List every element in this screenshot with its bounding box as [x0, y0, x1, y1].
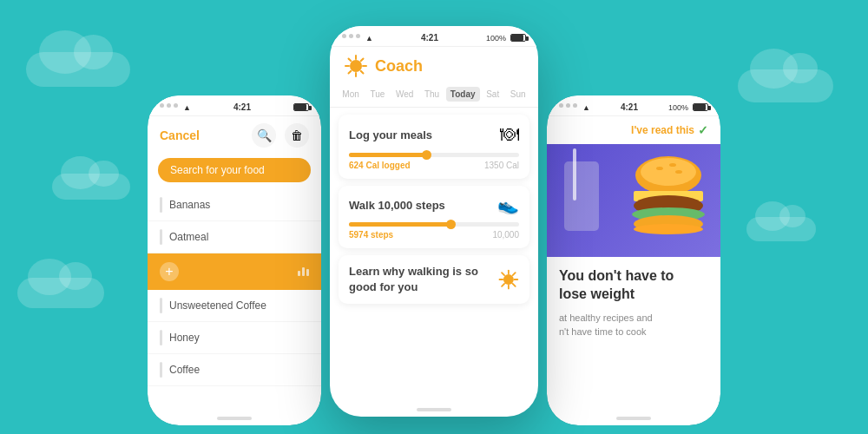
- sun-icon: [344, 54, 368, 78]
- svg-line-14: [502, 273, 504, 275]
- drag-icon: [298, 267, 309, 276]
- walk-steps-header: Walk 10,000 steps 👟: [349, 194, 519, 215]
- log-meals-card[interactable]: Log your meals 🍽 624 Cal logged 1350 Cal: [339, 115, 529, 179]
- calories-progress-wrap: [349, 153, 519, 157]
- svg-point-9: [503, 274, 514, 285]
- left-battery: [293, 103, 309, 111]
- cloud-2: [52, 174, 130, 200]
- day-tabs: Mon Tue Wed Thu Today Sat Sun: [330, 83, 538, 108]
- center-time: 4:21: [421, 33, 438, 43]
- steps-progress-fill: [349, 222, 451, 227]
- cloud-5: [746, 217, 816, 241]
- calories-progress-fill: [349, 153, 427, 157]
- food-item-selected[interactable]: +: [148, 253, 321, 290]
- dot-1: [559, 103, 563, 108]
- tab-tue[interactable]: Tue: [365, 87, 389, 102]
- tab-today[interactable]: Today: [446, 87, 480, 102]
- trash-icon[interactable]: 🗑: [285, 123, 309, 148]
- dot-2: [349, 34, 353, 38]
- food-item-coffee[interactable]: Coffee: [148, 354, 321, 386]
- steps-total: 10,000: [492, 230, 519, 240]
- article-body: at healthy recipes andn't have time to c…: [559, 312, 653, 338]
- food-name-oatmeal: Oatmeal: [169, 231, 208, 243]
- svg-rect-18: [564, 161, 599, 231]
- svg-point-24: [675, 170, 682, 174]
- search-bar[interactable]: Search for your food: [158, 158, 311, 182]
- phone-left: ▲ 4:21 Cancel 🔍 🗑 Search for your food: [148, 95, 321, 425]
- calories-total: 1350 Cal: [484, 161, 519, 170]
- battery-icon: [693, 103, 708, 111]
- phone-right: ▲ 4:21 100% I've read this ✓: [547, 95, 720, 425]
- dot-3: [174, 103, 178, 108]
- dot-3: [356, 34, 360, 38]
- svg-point-22: [656, 167, 663, 170]
- meals-icon: 🍽: [500, 123, 519, 146]
- article-text: at healthy recipes andn't have time to c…: [559, 311, 708, 339]
- bar-icon: [160, 197, 162, 213]
- bar-icon: [160, 298, 162, 313]
- svg-point-0: [350, 60, 362, 72]
- signal-dots: ▲: [160, 103, 191, 112]
- cloud-4: [738, 69, 833, 102]
- battery-icon: [510, 34, 526, 42]
- tab-thu[interactable]: Thu: [420, 87, 444, 102]
- tab-sun[interactable]: Sun: [506, 87, 530, 102]
- cloud-1: [26, 52, 130, 87]
- dot-2: [566, 103, 570, 108]
- battery-fill: [694, 104, 706, 110]
- food-name-bananas: Bananas: [169, 199, 210, 211]
- right-status-bar: ▲ 4:21 100%: [547, 95, 720, 116]
- svg-point-29: [634, 224, 703, 234]
- article-image: [547, 144, 720, 257]
- signal-dots: ▲: [342, 34, 373, 43]
- battery-fill: [294, 104, 306, 110]
- food-item-honey[interactable]: Honey: [148, 322, 321, 354]
- add-button[interactable]: +: [160, 262, 179, 281]
- article-content: You don't have tolose weight at healthy …: [547, 257, 720, 350]
- search-icon[interactable]: 🔍: [252, 123, 276, 148]
- burger-illustration: [625, 149, 712, 257]
- food-item-bananas[interactable]: Bananas: [148, 189, 321, 221]
- home-indicator: [616, 417, 651, 420]
- svg-point-21: [641, 158, 696, 186]
- tab-mon[interactable]: Mon: [338, 87, 363, 102]
- cancel-button[interactable]: Cancel: [160, 128, 200, 142]
- article-title-text: You don't have tolose weight: [559, 268, 674, 301]
- dot-3: [573, 103, 577, 108]
- coach-title: Coach: [375, 57, 423, 76]
- learn-walking-title: Learn why walking is so good for you: [349, 264, 498, 295]
- bar-icon: [160, 330, 162, 345]
- tab-wed[interactable]: Wed: [391, 87, 418, 102]
- check-icon: ✓: [698, 123, 708, 137]
- read-label: I've read this: [631, 124, 694, 136]
- steps-icon: 👟: [497, 194, 519, 215]
- steps-stats: 5974 steps 10,000: [349, 230, 519, 240]
- left-status-bar: ▲ 4:21: [148, 95, 321, 116]
- header-icons: 🔍 🗑: [252, 123, 309, 148]
- log-meals-title: Log your meals: [349, 128, 432, 141]
- svg-point-23: [669, 163, 676, 167]
- dot-1: [160, 103, 164, 108]
- tab-sat[interactable]: Sat: [482, 87, 503, 102]
- calories-stats: 624 Cal logged 1350 Cal: [349, 161, 519, 170]
- battery-percent: 100%: [486, 34, 506, 43]
- dot-1: [342, 34, 346, 38]
- search-placeholder: Search for your food: [170, 164, 265, 176]
- bar-icon: [160, 362, 162, 378]
- svg-line-15: [513, 284, 516, 286]
- right-battery: 100%: [668, 103, 708, 112]
- phones-container: ▲ 4:21 Cancel 🔍 🗑 Search for your food: [139, 17, 729, 434]
- svg-line-8: [349, 71, 352, 74]
- food-item-oatmeal[interactable]: Oatmeal: [148, 221, 321, 253]
- left-time: 4:21: [233, 102, 251, 112]
- read-button[interactable]: I've read this ✓: [631, 123, 708, 137]
- svg-line-5: [349, 59, 352, 62]
- food-item-unsweetened-coffee[interactable]: Unsweetened Coffee: [148, 290, 321, 322]
- walk-steps-card[interactable]: Walk 10,000 steps 👟 5974 steps 10,000: [339, 186, 529, 248]
- bar-icon: [160, 229, 162, 245]
- learn-walking-card[interactable]: Learn why walking is so good for you: [339, 255, 529, 304]
- home-indicator: [417, 408, 451, 411]
- steps-logged: 5974 steps: [349, 230, 393, 240]
- battery-fill: [511, 35, 523, 41]
- food-name-unsweetened-coffee: Unsweetened Coffee: [169, 299, 266, 312]
